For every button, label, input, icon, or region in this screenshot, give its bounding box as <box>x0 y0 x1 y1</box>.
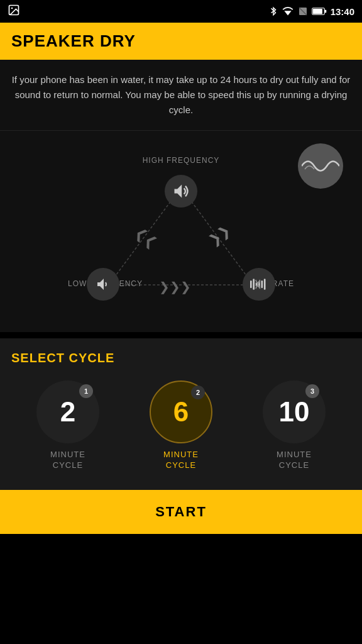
svg-marker-2 <box>284 11 291 15</box>
speaker-wave-circle <box>298 143 343 189</box>
svg-marker-15 <box>97 279 104 290</box>
cycle-number-10: 10 <box>279 396 310 428</box>
svg-rect-19 <box>261 280 263 288</box>
cycle-number-2: 2 <box>60 396 75 428</box>
sim-icon <box>298 6 308 16</box>
svg-rect-16 <box>250 280 252 288</box>
cycle-option-2min[interactable]: 1 2 MINUTECYCLE <box>36 380 99 471</box>
svg-point-1 <box>11 8 13 9</box>
wifi-icon <box>282 6 294 16</box>
cycle-label-2min: MINUTECYCLE <box>50 450 85 471</box>
svg-rect-17 <box>253 279 255 290</box>
cycle-options: 1 2 MINUTECYCLE 2 6 MINUTECYCLE 3 10 MIN… <box>11 380 351 471</box>
vibrate-svg-icon <box>250 277 268 292</box>
header-title: SPEAKER DRY <box>11 31 351 51</box>
status-time: 13:40 <box>331 6 354 17</box>
speaker-sound-icon <box>172 182 190 200</box>
cycle-badge-1: 1 <box>79 384 93 398</box>
cycle-badge-3: 3 <box>305 384 319 398</box>
cycle-option-6min[interactable]: 2 6 MINUTECYCLE <box>150 380 212 471</box>
image-icon <box>8 4 20 16</box>
svg-marker-14 <box>175 185 182 198</box>
status-bar: 13:40 <box>0 0 362 23</box>
cycle-circle-2min[interactable]: 1 2 <box>36 380 99 443</box>
select-cycle-title: SELECT CYCLE <box>11 351 351 365</box>
cycle-label-6min: MINUTECYCLE <box>163 450 199 471</box>
description-text: If your phone has been in water, it may … <box>0 60 362 131</box>
cycle-badge-2: 2 <box>191 386 205 399</box>
cycle-circle-10min[interactable]: 3 10 <box>263 380 326 443</box>
svg-text:❮❮: ❮❮ <box>131 225 159 251</box>
battery-icon <box>312 7 327 16</box>
cycle-label-10min: MINUTECYCLE <box>277 450 312 471</box>
speaker-low-icon <box>96 277 111 292</box>
status-bar-right-icons: 13:40 <box>269 5 354 18</box>
cycle-number-6: 6 <box>173 396 189 428</box>
start-button[interactable]: START <box>0 490 362 534</box>
viz-area: ❮❮ ❯❯ ❯❯❯ HIGH FREQUENCY LOW FREQUENCY V… <box>0 131 362 332</box>
svg-rect-20 <box>264 279 266 290</box>
triangle-diagram: ❮❮ ❯❯ ❯❯❯ HIGH FREQUENCY LOW FREQUENCY V… <box>74 150 288 313</box>
cycle-circle-6min[interactable]: 2 6 <box>150 380 212 443</box>
high-freq-label: HIGH FREQUENCY <box>143 156 220 165</box>
vibrate-icon <box>243 268 275 301</box>
header: SPEAKER DRY <box>0 23 362 60</box>
svg-rect-6 <box>324 10 326 13</box>
status-bar-left-icons <box>8 4 20 19</box>
svg-text:❯❯❯: ❯❯❯ <box>159 280 191 294</box>
bluetooth-icon <box>269 5 278 18</box>
svg-rect-7 <box>313 9 322 14</box>
high-freq-speaker-icon <box>165 175 197 208</box>
cycle-option-10min[interactable]: 3 10 MINUTECYCLE <box>263 380 326 471</box>
select-cycle-section: SELECT CYCLE 1 2 MINUTECYCLE 2 6 MINUTEC… <box>0 338 362 490</box>
low-freq-speaker-icon <box>87 268 119 301</box>
wave-svg <box>302 153 339 179</box>
